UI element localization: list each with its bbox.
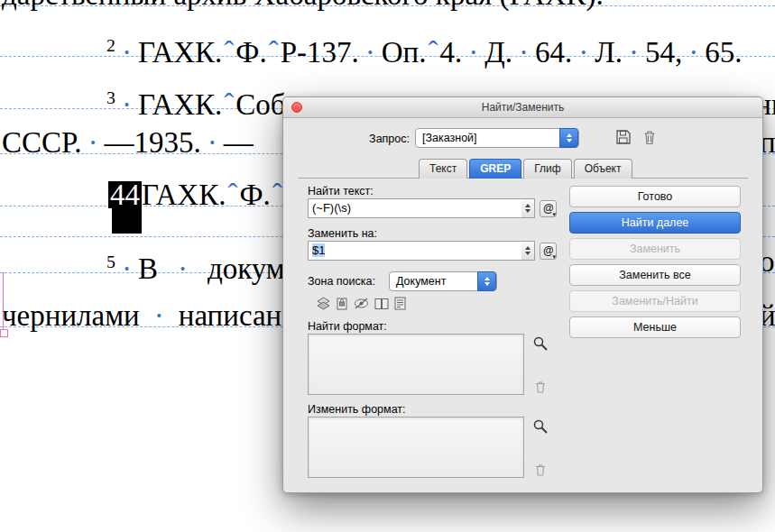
find-format-clear-button[interactable] [535, 381, 546, 396]
change-format-specify-button[interactable] [532, 418, 549, 437]
change-to-input[interactable]: $1 [308, 241, 522, 261]
text-frame-edge [3, 272, 4, 336]
selection-block [112, 206, 142, 234]
find-change-dialog: Найти/Заменить Запрос: [Заказной] ТекстG… [282, 96, 763, 493]
change-format-label: Изменить формат: [308, 403, 406, 416]
change-to-value: $1 [312, 243, 325, 257]
find-special-chars-button[interactable]: @▾ [540, 200, 557, 217]
find-format-specify-button[interactable] [532, 335, 549, 354]
tab-object[interactable]: Объект [574, 159, 632, 179]
tab-text[interactable]: Текст [419, 159, 467, 179]
dialog-buttons: ГотовоНайти далееЗаменитьЗаменить всеЗам… [569, 186, 741, 343]
change-find-button: Заменить/Найти [569, 290, 741, 312]
tab-grep[interactable]: GREP [469, 159, 521, 179]
find-text-value: (~F)(\s) [312, 201, 351, 215]
search-scope-label: Зона поиска: [308, 275, 375, 288]
done-button[interactable]: Готово [569, 186, 741, 207]
document-line: чернилами·написан [2, 298, 281, 333]
dropdown-arrows-icon [477, 271, 496, 291]
change-format-clear-button[interactable] [535, 463, 546, 479]
dropdown-arrows-icon [559, 128, 578, 148]
find-text-label: Найти текст: [308, 185, 374, 197]
change-button: Заменить [569, 238, 741, 260]
search-master-pages-icon[interactable] [374, 298, 389, 313]
document-line: 2·ГАХК.ˆФ.ˆР-137.·Оп.ˆ4.·Д.·64.·Л.·54,·6… [106, 28, 742, 69]
dialog-titlebar[interactable]: Найти/Заменить [283, 97, 762, 118]
document-line: дарственный архив Хабаровского края (ГАХ… [2, 0, 604, 12]
scope-icons [316, 297, 406, 313]
search-locked-stories-icon[interactable] [337, 297, 348, 313]
dialog-title: Найти/Заменить [283, 97, 762, 117]
change-special-chars-button[interactable]: @▾ [540, 243, 557, 260]
close-button[interactable] [291, 102, 302, 113]
tab-glyph[interactable]: Глиф [523, 159, 571, 179]
search-hidden-layers-icon[interactable] [354, 298, 369, 312]
document-page: дарственный архив Хабаровского края (ГАХ… [0, 0, 775, 532]
tab-bar: ТекстGREPГлифОбъект [419, 159, 634, 179]
change-format-box[interactable] [308, 417, 524, 478]
delete-query-button[interactable] [643, 130, 656, 148]
document-line: СССР.·—1935.·— [2, 125, 254, 160]
search-scope-value: Документ [396, 272, 446, 290]
query-dropdown[interactable]: [Заказной] [415, 128, 579, 148]
search-footnotes-icon[interactable] [394, 297, 406, 313]
search-scope-dropdown[interactable]: Документ [389, 271, 497, 291]
find-format-label: Найти формат: [308, 320, 387, 333]
find-format-box[interactable] [308, 334, 524, 395]
search-locked-layers-icon[interactable] [316, 297, 331, 313]
find-text-input[interactable]: (~F)(\s) [308, 198, 522, 218]
change-to-label: Заменить на: [308, 227, 377, 240]
query-value: [Заказной] [422, 129, 477, 147]
find-history-stepper[interactable] [521, 198, 535, 218]
find-next-button[interactable]: Найти далее [569, 212, 741, 234]
save-query-button[interactable] [615, 129, 632, 148]
text-frame-handle[interactable] [0, 329, 8, 337]
query-label: Запрос: [319, 133, 410, 145]
change-history-stepper[interactable] [521, 241, 535, 261]
fewer-button[interactable]: Меньше [569, 316, 741, 338]
change-all-button[interactable]: Заменить все [569, 264, 741, 286]
